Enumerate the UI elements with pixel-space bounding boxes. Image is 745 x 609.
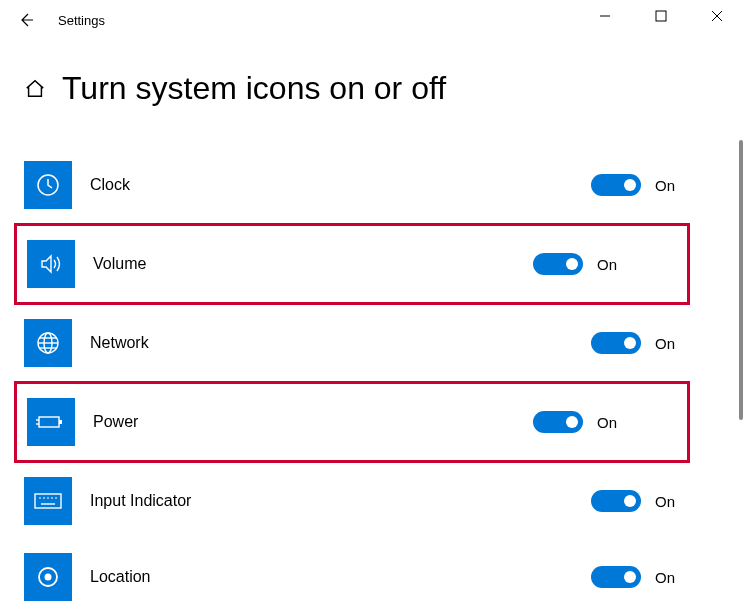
power-icon	[36, 412, 66, 432]
row-volume: Volume On	[14, 223, 690, 305]
titlebar: Settings	[0, 0, 745, 40]
row-label: Clock	[90, 176, 591, 194]
home-icon	[24, 78, 46, 100]
scrollbar[interactable]	[739, 140, 743, 420]
row-label: Power	[93, 413, 533, 431]
icon-tile-keyboard	[24, 477, 72, 525]
toggle-wrap: On	[591, 490, 721, 512]
icon-tile-location	[24, 553, 72, 601]
page-title: Turn system icons on or off	[62, 70, 446, 107]
toggle-state-label: On	[655, 493, 675, 510]
settings-list: Clock On Volume On	[0, 107, 745, 609]
maximize-icon	[655, 10, 667, 22]
network-icon	[34, 329, 62, 357]
volume-icon	[37, 250, 65, 278]
icon-tile-power	[27, 398, 75, 446]
window-controls	[577, 0, 745, 32]
toggle-state-label: On	[655, 569, 675, 586]
close-button[interactable]	[689, 0, 745, 32]
toggle-wrap: On	[591, 174, 721, 196]
back-button[interactable]	[14, 8, 38, 32]
close-icon	[711, 10, 723, 22]
row-label: Volume	[93, 255, 533, 273]
icon-tile-network	[24, 319, 72, 367]
keyboard-icon	[33, 491, 63, 511]
toggle-wrap: On	[591, 566, 721, 588]
minimize-button[interactable]	[577, 0, 633, 32]
toggle-clock[interactable]	[591, 174, 641, 196]
row-network: Network On	[0, 305, 745, 381]
row-label: Input Indicator	[90, 492, 591, 510]
toggle-location[interactable]	[591, 566, 641, 588]
location-icon	[34, 563, 62, 591]
page-header: Turn system icons on or off	[0, 40, 745, 107]
svg-point-22	[45, 574, 52, 581]
row-label: Location	[90, 568, 591, 586]
toggle-input-indicator[interactable]	[591, 490, 641, 512]
svg-rect-14	[35, 494, 61, 508]
toggle-wrap: On	[533, 411, 663, 433]
svg-rect-10	[39, 417, 59, 427]
svg-rect-1	[656, 11, 666, 21]
svg-rect-11	[59, 420, 62, 424]
row-input-indicator: Input Indicator On	[0, 463, 745, 539]
maximize-button[interactable]	[633, 0, 689, 32]
clock-icon	[34, 171, 62, 199]
minimize-icon	[599, 10, 611, 22]
toggle-state-label: On	[655, 335, 675, 352]
app-title: Settings	[58, 13, 105, 28]
toggle-power[interactable]	[533, 411, 583, 433]
icon-tile-clock	[24, 161, 72, 209]
toggle-wrap: On	[533, 253, 663, 275]
row-power: Power On	[14, 381, 690, 463]
toggle-network[interactable]	[591, 332, 641, 354]
toggle-state-label: On	[597, 414, 617, 431]
toggle-state-label: On	[597, 256, 617, 273]
row-clock: Clock On	[0, 147, 745, 223]
back-arrow-icon	[18, 12, 34, 28]
row-location: Location On	[0, 539, 745, 609]
toggle-wrap: On	[591, 332, 721, 354]
toggle-volume[interactable]	[533, 253, 583, 275]
toggle-state-label: On	[655, 177, 675, 194]
row-label: Network	[90, 334, 591, 352]
icon-tile-volume	[27, 240, 75, 288]
